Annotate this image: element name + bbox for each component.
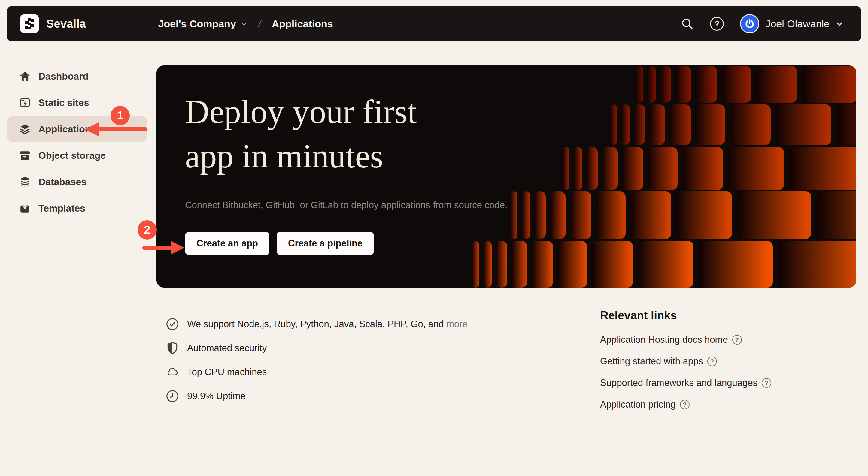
topbar-actions: ? Joel Olawanle [681, 14, 843, 33]
hero-title: Deploy your first app in minutes [185, 90, 636, 178]
feature-cpu: Top CPU machines [165, 360, 468, 384]
sevalla-logo-icon [24, 18, 35, 30]
link-docs-home[interactable]: Application Hosting docs home ? [600, 329, 828, 350]
question-circle-icon: ? [732, 335, 742, 345]
create-pipeline-button[interactable]: Create a pipeline [277, 232, 374, 255]
link-label: Application Hosting docs home [600, 334, 728, 345]
question-circle-icon: ? [762, 378, 771, 388]
object-storage-icon [19, 150, 31, 161]
hero-content: Deploy your first app in minutes Connect… [185, 65, 636, 255]
user-name: Joel Olawanle [765, 18, 830, 30]
search-icon[interactable] [681, 17, 694, 30]
annotation-step-1-arrow [97, 127, 147, 131]
question-circle-icon: ? [680, 400, 690, 409]
sidebar-item-label: Databases [38, 176, 87, 188]
feature-security: Automated security [165, 336, 468, 360]
clock-icon [165, 389, 179, 403]
hero-subtitle: Connect Bitbucket, GitHub, or GitLab to … [185, 200, 636, 211]
feature-text-prefix: We support Node.js, Ruby, Python, Java, … [187, 319, 446, 329]
annotation-step-1-arrowhead [85, 123, 98, 136]
relevant-links-heading: Relevant links [600, 309, 828, 322]
annotation-step-2-arrowhead [170, 241, 184, 254]
sidebar-item-label: Templates [38, 203, 85, 214]
sidebar-item-label: Static sites [38, 97, 89, 108]
link-label: Getting started with apps [600, 356, 703, 367]
feature-text: Top CPU machines [187, 367, 267, 378]
static-sites-icon [19, 97, 31, 108]
more-link[interactable]: more [446, 319, 468, 329]
company-selector[interactable]: Joel's Company [158, 18, 247, 30]
databases-icon [19, 176, 31, 188]
sevalla-dashboard-page: { "colors": { "page_bg": "#f7f1eb", "top… [0, 0, 868, 476]
user-menu[interactable]: Joel Olawanle [740, 14, 843, 33]
annotation-step-2-badge: 2 [137, 220, 157, 239]
home-icon [19, 71, 31, 82]
help-icon[interactable]: ? [710, 17, 724, 31]
link-label: Supported frameworks and languages [600, 378, 757, 388]
create-app-button[interactable]: Create an app [185, 232, 270, 255]
annotation-step-2-number: 2 [144, 224, 150, 237]
sidebar-item-label: Object storage [38, 150, 106, 161]
link-frameworks[interactable]: Supported frameworks and languages ? [600, 372, 828, 394]
sevalla-logo[interactable] [20, 14, 39, 33]
sidebar-item-label: Dashboard [38, 71, 89, 82]
top-navigation-bar: Sevalla Joel's Company / Applications ? … [7, 6, 861, 41]
question-circle-icon: ? [707, 356, 717, 366]
feature-list: We support Node.js, Ruby, Python, Java, … [165, 312, 468, 408]
sidebar-navigation: Dashboard Static sites Applications [7, 63, 147, 222]
user-chevron-down-icon [836, 20, 843, 28]
link-label: Application pricing [600, 399, 676, 410]
relevant-links-section: Relevant links Application Hosting docs … [600, 309, 828, 415]
company-name: Joel's Company [158, 18, 236, 30]
annotation-step-1-number: 1 [117, 109, 123, 122]
sidebar-item-databases[interactable]: Databases [7, 169, 147, 195]
templates-icon [19, 203, 31, 214]
feature-languages: We support Node.js, Ruby, Python, Java, … [165, 312, 468, 336]
feature-text: We support Node.js, Ruby, Python, Java, … [187, 319, 468, 330]
annotation-step-1-badge: 1 [111, 106, 130, 125]
feature-text: Automated security [187, 343, 267, 353]
power-icon [745, 19, 755, 29]
hero-title-line-1: Deploy your first [185, 93, 416, 130]
sidebar-item-object-storage[interactable]: Object storage [7, 142, 147, 169]
link-getting-started[interactable]: Getting started with apps ? [600, 350, 828, 372]
check-circle-icon [165, 317, 179, 331]
shield-icon [165, 341, 179, 355]
hero-banner: Deploy your first app in minutes Connect… [156, 65, 856, 287]
link-pricing[interactable]: Application pricing ? [600, 394, 828, 415]
breadcrumb-separator: / [257, 18, 262, 29]
annotation-step-2-arrow [142, 245, 173, 250]
brand-name: Sevalla [46, 18, 86, 30]
cloud-icon [165, 365, 179, 379]
sidebar-item-dashboard[interactable]: Dashboard [7, 63, 147, 90]
sidebar-item-templates[interactable]: Templates [7, 195, 147, 222]
applications-icon [19, 123, 31, 135]
hero-buttons: Create an app Create a pipeline [185, 232, 636, 255]
feature-text: 99.9% Uptime [187, 391, 246, 402]
section-divider [576, 310, 576, 412]
breadcrumb-current-page: Applications [272, 18, 333, 30]
feature-uptime: 99.9% Uptime [165, 384, 468, 408]
breadcrumb: Joel's Company / Applications [158, 18, 333, 30]
avatar [740, 14, 759, 33]
chevron-down-icon [240, 20, 247, 27]
hero-title-line-2: app in minutes [185, 137, 383, 175]
